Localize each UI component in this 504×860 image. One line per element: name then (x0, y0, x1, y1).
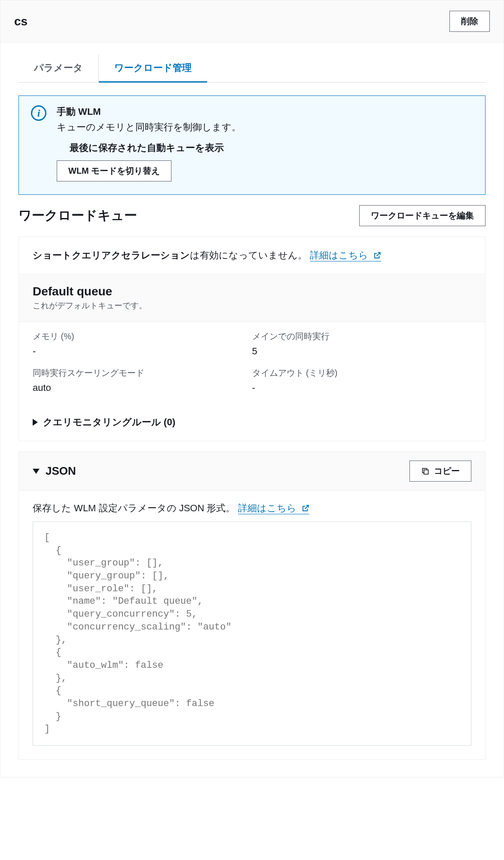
sqa-row: ショートクエリアクセラレーションは有効になっていません。 詳細はこちら (19, 237, 485, 274)
json-desc: 保存した WLM 設定パラメータの JSON 形式。 詳細はこちら (19, 491, 485, 522)
tabs: パラメータ ワークロード管理 (18, 55, 486, 83)
sqa-learn-more-link[interactable]: 詳細はこちら (310, 250, 381, 261)
chevron-down-icon (33, 469, 40, 474)
json-code-block: [ { "user_group": [], "query_group": [],… (33, 522, 471, 746)
sqa-label: ショートクエリアクセラレーション (33, 250, 190, 261)
workload-section-header: ワークロードキュー ワークロードキューを編集 (18, 205, 486, 226)
json-title: JSON (46, 464, 76, 478)
json-header: JSON コピー (19, 452, 485, 491)
concurrency-label: メインでの同時実行 (252, 331, 472, 342)
info-sub: 最後に保存された自動キューを表示 (70, 141, 473, 154)
scaling-label: 同時実行スケーリングモード (33, 367, 252, 379)
external-link-icon (373, 252, 381, 259)
info-title: 手動 WLM (57, 105, 473, 118)
queue-properties: メモリ (%) - メインでの同時実行 5 同時実行スケーリングモード auto… (19, 322, 485, 408)
queue-subtitle: これがデフォルトキューです。 (33, 300, 471, 311)
switch-wlm-mode-button[interactable]: WLM モードを切り替え (57, 160, 171, 181)
copy-icon (421, 467, 430, 476)
info-desc: キューのメモリと同時実行を制御します。 (57, 121, 473, 134)
timeout-label: タイムアウト (ミリ秒) (252, 367, 472, 379)
queue-title: Default queue (33, 285, 471, 298)
workload-card: ショートクエリアクセラレーションは有効になっていません。 詳細はこちら Defa… (18, 236, 486, 441)
external-link-icon (302, 504, 309, 512)
svg-rect-0 (424, 470, 428, 474)
copy-button[interactable]: コピー (409, 461, 471, 482)
concurrency-value: 5 (252, 346, 472, 357)
scaling-value: auto (33, 382, 252, 393)
delete-button[interactable]: 削除 (449, 11, 490, 32)
tab-parameters[interactable]: パラメータ (18, 55, 99, 82)
edit-workload-queues-button[interactable]: ワークロードキューを編集 (359, 205, 486, 226)
tab-wlm[interactable]: ワークロード管理 (99, 55, 207, 83)
rules-label: クエリモニタリングルール (0) (43, 416, 175, 429)
page-header: cs 削除 (0, 0, 504, 43)
memory-value: - (33, 346, 252, 357)
chevron-right-icon (33, 419, 38, 426)
info-panel: i 手動 WLM キューのメモリと同時実行を制御します。 最後に保存された自動キ… (18, 95, 486, 195)
query-monitoring-rules-expander[interactable]: クエリモニタリングルール (0) (19, 408, 485, 441)
timeout-value: - (252, 382, 472, 393)
sqa-status: は有効になっていません。 (190, 250, 307, 261)
json-learn-more-link[interactable]: 詳細はこちら (238, 503, 309, 514)
queue-header: Default queue これがデフォルトキューです。 (19, 274, 485, 322)
memory-label: メモリ (%) (33, 331, 252, 342)
json-expander[interactable]: JSON (33, 464, 76, 478)
json-card: JSON コピー 保存した WLM 設定パラメータの JSON 形式。 詳細はこ… (18, 452, 486, 760)
info-icon: i (31, 105, 46, 121)
workload-title: ワークロードキュー (18, 207, 137, 224)
page-title: cs (14, 15, 27, 28)
